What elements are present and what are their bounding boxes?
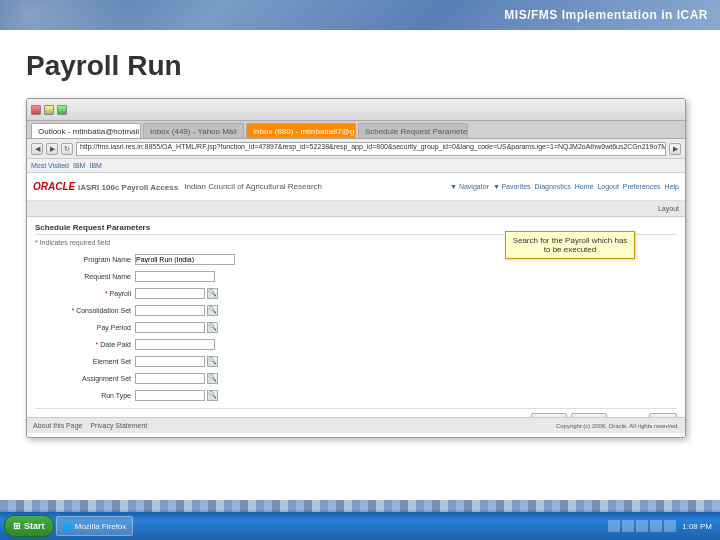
tray-icon-2 [622,520,634,532]
go-btn[interactable]: ▶ [669,143,681,155]
tooltip-box: Search for the Payroll which has to be e… [505,231,635,259]
nav-favorites[interactable]: ▼ Favorites [493,183,531,190]
label-pay-period: Pay Period [35,324,135,331]
tray-icon-4 [650,520,662,532]
label-run-type: Run Type [35,392,135,399]
taskbar: ⊞ Start 🌐 Mozilla Firefox 1:08 PM [0,512,720,540]
taskbar-time: 1:08 PM [678,522,716,531]
run-type-input[interactable] [135,390,205,401]
forward-btn[interactable]: ▶ [46,143,58,155]
tooltip-text: Search for the Payroll which has to be e… [513,236,628,254]
bottom-link-aboutpage[interactable]: About this Page [33,422,82,429]
taskbar-right: 1:08 PM [608,520,716,532]
browser-close-btn[interactable] [31,105,41,115]
program-name-field [135,254,235,265]
assignment-set-input[interactable] [135,373,205,384]
payroll-search-btn[interactable]: 🔍 [207,288,218,299]
tray-icon-5 [664,520,676,532]
top-header: MIS/FMS Implementation in ICAR [0,0,720,30]
form-row-payroll: Payroll 🔍 [35,286,677,300]
element-set-input[interactable] [135,356,205,367]
browser-tabs: Outlook - mtinbatia@hotmail.com Inbox (4… [27,121,685,139]
browser-max-btn[interactable] [57,105,67,115]
browser-tab-gmail[interactable]: Inbox (880) - mtinbatia87@gmail.co... [246,123,356,138]
bookmark-most-visited[interactable]: Most Visited [31,162,69,169]
consolidation-search-btn[interactable]: 🔍 [207,305,218,316]
browser-tab-yahoo[interactable]: Inbox (449) - Yahoo Mail [143,123,244,138]
request-name-input[interactable] [135,271,215,282]
form-row-request-name: Request Name [35,269,677,283]
pay-period-input[interactable] [135,322,205,333]
nav-logout[interactable]: Logout [597,183,618,190]
label-program-name: Program Name [35,256,135,263]
payroll-input[interactable] [135,288,205,299]
bookmarks-bar: Most Visited IBM IBM [27,159,685,173]
run-type-field: 🔍 [135,390,218,401]
oracle-nav-right: ▼ Navigator ▼ Favorites Diagnostics Home… [450,183,679,190]
bookmark-ibm-1[interactable]: IBM [73,162,85,169]
form-row-element-set: Element Set 🔍 [35,354,677,368]
tray-icon-1 [608,520,620,532]
element-set-field: 🔍 [135,356,218,367]
assignment-set-field: 🔍 [135,373,218,384]
label-element-set: Element Set [35,358,135,365]
run-type-search-btn[interactable]: 🔍 [207,390,218,401]
page-title: Payroll Run [26,50,694,82]
header-title: MIS/FMS Implementation in ICAR [504,8,708,22]
nav-navigator[interactable]: ▼ Navigator [450,183,489,190]
start-button[interactable]: ⊞ Start [4,515,54,537]
pay-period-field: 🔍 [135,322,218,333]
bookmark-ibm-2[interactable]: IBM [89,162,101,169]
oracle-subtitle: IASRI 100c Payroll Access [78,183,178,192]
reload-btn[interactable]: ↻ [61,143,73,155]
address-bar-row: ◀ ▶ ↻ http://fms.iasri.res.in:8855/OA_HT… [27,139,685,159]
assignment-set-search-btn[interactable]: 🔍 [207,373,218,384]
browser-tab-outlook[interactable]: Outlook - mtinbatia@hotmail.com [31,123,141,138]
layout-label: Layout [658,205,679,212]
label-request-name: Request Name [35,273,135,280]
date-paid-input[interactable] [135,339,215,350]
browser-tab-schedule[interactable]: Schedule Request Parameters [358,123,468,138]
pay-period-search-btn[interactable]: 🔍 [207,322,218,333]
nav-preferences[interactable]: Preferences [623,183,661,190]
main-content: Payroll Run Outlook - mtinbatia@hotmail.… [0,30,720,510]
label-date-paid: Date Paid [35,341,135,348]
element-set-search-btn[interactable]: 🔍 [207,356,218,367]
copyright-text: Copyright (c) 2006, Oracle. All rights r… [556,423,679,429]
browser-chrome [27,99,685,121]
program-name-input[interactable] [135,254,235,265]
form-row-date-paid: Date Paid [35,337,677,351]
consolidation-input[interactable] [135,305,205,316]
bottom-decorative-strip [0,500,720,512]
form-row-run-type: Run Type 🔍 [35,388,677,402]
label-consolidation: Consolidation Set [35,307,135,314]
start-label: Start [24,521,45,531]
bottom-link-privacy[interactable]: Privacy Statement [90,422,147,429]
browser-min-btn[interactable] [44,105,54,115]
oracle-header: ORACLE IASRI 100c Payroll Access Indian … [27,173,685,201]
payroll-field: 🔍 [135,288,218,299]
consolidation-field: 🔍 [135,305,218,316]
address-bar[interactable]: http://fms.iasri.res.in:8855/OA_HTML/RF.… [76,142,666,156]
form-row-pay-period: Pay Period 🔍 [35,320,677,334]
oracle-logo: ORACLE IASRI 100c Payroll Access [33,181,178,192]
taskbar-item-browser[interactable]: 🌐 Mozilla Firefox [56,516,134,536]
nav-home[interactable]: Home [575,183,594,190]
form-row-consolidation: Consolidation Set 🔍 [35,303,677,317]
windows-icon: ⊞ [13,521,21,531]
nav-help[interactable]: Help [665,183,679,190]
back-btn[interactable]: ◀ [31,143,43,155]
browser-window: Outlook - mtinbatia@hotmail.com Inbox (4… [26,98,686,438]
label-assignment-set: Assignment Set [35,375,135,382]
oracle-bottom-bar: About this Page Privacy Statement Copyri… [27,417,685,433]
label-payroll: Payroll [35,290,135,297]
tray-icon-3 [636,520,648,532]
oracle-page: ORACLE IASRI 100c Payroll Access Indian … [27,173,685,433]
nav-diagnostics[interactable]: Diagnostics [535,183,571,190]
oracle-nav-bar: Layout [27,201,685,217]
form-row-assignment-set: Assignment Set 🔍 [35,371,677,385]
oracle-org: Indian Council of Agricultural Research [184,182,322,191]
